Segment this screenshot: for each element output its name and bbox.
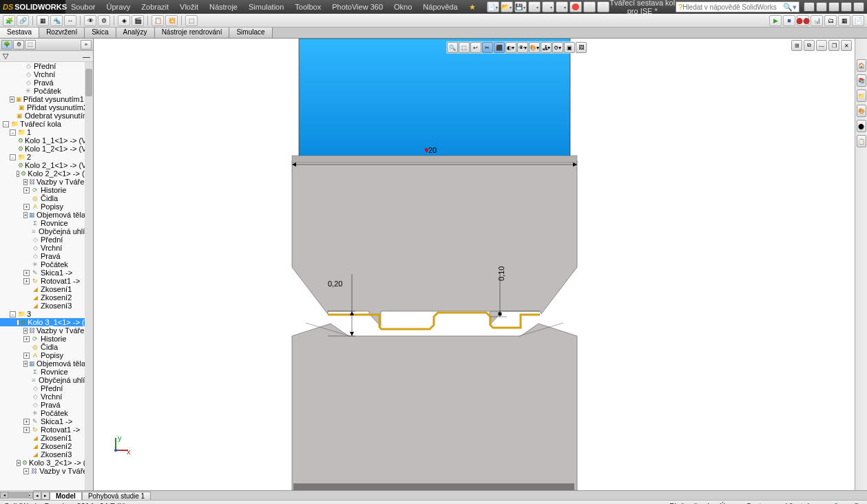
zoom-area-icon[interactable]: ⬚ [459,42,470,53]
status-units-button[interactable]: Vlastní ▼ [783,502,822,505]
tp-file-explorer-icon[interactable]: 📁 [857,90,866,102]
menu-okno[interactable]: Okno [388,3,417,11]
prev-view-icon[interactable]: ↩ [470,42,481,53]
tree-node[interactable]: -📁3 [0,310,93,318]
tree-node[interactable]: ◇Pravá [0,252,93,260]
expand-icon[interactable]: + [23,204,30,210]
expand-icon[interactable]: - [17,171,19,177]
fm-tree-tab[interactable]: 🌳 [1,40,12,50]
expand-icon[interactable]: + [23,179,28,185]
render-preview-icon[interactable]: 🖼 [576,42,587,53]
tb-new-motion-study-icon[interactable]: 🎬 [132,15,144,26]
open-doc-button[interactable]: 📂 [501,1,513,12]
menu-star-icon[interactable]: ★ [463,3,481,12]
bt-next-icon[interactable]: ▸ [41,492,50,500]
mdi-close-icon[interactable]: ✕ [841,40,852,51]
help-button[interactable]: ? [804,2,815,12]
tree-node[interactable]: ◇Přední [0,62,93,70]
restore-button[interactable]: ❐ [828,2,839,12]
tp-resources-icon[interactable]: 🏠 [857,59,866,72]
search-icon[interactable]: 🔍▾ [783,3,797,12]
tree-node[interactable]: ◢Zkosení1 [0,285,93,293]
tb-move-component-icon[interactable]: ↔ [64,15,76,26]
tb-reference-geometry-icon[interactable]: ◈ [118,15,130,26]
menu-simulation[interactable]: Simulation [243,3,289,11]
tree-node[interactable]: ◎Čidla [0,343,93,351]
expand-icon[interactable]: - [10,311,16,317]
maximize-button[interactable]: ☐ [841,2,852,12]
menu-soubor[interactable]: Soubor [65,3,101,11]
screen-capture-button[interactable]: 🖵 [597,1,609,12]
tree-node[interactable]: ≡Obyčejná uhlíko [0,376,93,384]
tree-node[interactable]: ◢Zkosení1 [0,434,93,442]
render-region-icon[interactable]: ▣ [564,42,575,53]
cmd-tab-2[interactable]: Skica [85,28,116,38]
tree-node[interactable]: +⛓Vazby v Tvářecí s [0,326,93,335]
expand-icon[interactable]: - [3,121,9,127]
tree-node[interactable]: ✳Počátek [0,260,93,269]
tree-node[interactable]: +APopisy [0,202,93,211]
expand-icon[interactable]: + [10,96,14,103]
expand-icon[interactable]: + [23,187,30,193]
menu-nápověda[interactable]: Nápověda [417,3,463,11]
cmd-tab-4[interactable]: Nástroje rendrování [155,28,230,38]
view-orientation-icon[interactable]: ⬛ [494,42,505,53]
expand-icon[interactable]: - [10,154,16,160]
expand-icon[interactable]: + [23,278,30,284]
tree-node[interactable]: +▣Přidat vysunutím1 -> [0,95,93,103]
filter-funnel-icon[interactable]: ▽ [3,52,8,61]
tp-appearances-icon[interactable]: ⬤ [857,120,866,132]
menu-zobrazit[interactable]: Zobrazit [136,3,174,11]
expand-icon[interactable]: + [17,460,21,466]
tree-node[interactable]: ◢Zkosení2 [0,442,93,450]
status-rebuild-icon[interactable]: ◉ [850,501,863,504]
tree-node[interactable]: ◢Zkosení3 [0,450,93,459]
scrollbar-thumb[interactable] [85,69,92,96]
bottom-tab-0[interactable]: Model [50,492,82,500]
tree-node[interactable]: +⟳Historie [0,335,93,343]
tree-node[interactable]: +↻Rotovat1 -> [0,277,93,285]
expand-icon[interactable]: + [23,419,30,425]
tree-node[interactable]: ◇Vrchní [0,392,93,401]
tp-design-library-icon[interactable]: 📚 [857,74,866,87]
expand-icon[interactable]: + [23,336,30,342]
undo-button[interactable]: ↶ [542,1,554,12]
tb-linear-pattern-icon[interactable]: ▦ [36,15,49,26]
options-button[interactable]: ⚙ [583,1,596,12]
tree-node[interactable]: ≡Obyčejná uhlíko [0,227,93,235]
menu-nástroje[interactable]: Nástroje [204,3,243,11]
display-style-icon[interactable]: ◐▾ [505,42,516,53]
tree-node[interactable]: -📁2 [0,153,93,161]
cmd-tab-1[interactable]: Rozvržení [39,28,85,38]
tree-node[interactable]: ΣRovnice [0,368,93,376]
expand-icon[interactable]: + [23,328,28,334]
tree-node[interactable]: ◇Pravá [0,78,93,87]
menu-úpravy[interactable]: Úpravy [101,3,136,11]
help-search-box[interactable]: ? 🔍▾ [676,1,800,12]
save-doc-button[interactable]: 💾 [514,1,527,12]
tree-node[interactable]: -⚙Kolo 3_1<1> -> (Vý [0,318,93,326]
tree-node[interactable]: ◇Pravá [0,401,93,409]
tb-assembly-features-icon[interactable]: ⚙ [98,15,110,26]
tb-play-icon[interactable]: ▶ [769,15,782,26]
expand-icon[interactable]: + [23,212,28,218]
tree-node[interactable]: ⚙Kolo 1_2<1> -> (Výc [0,145,93,153]
tb-stop-icon[interactable]: ■ [783,15,795,26]
tree-node[interactable]: +⛓Vazby v Tvářecí [0,467,93,475]
mdi-minimize-icon[interactable]: — [816,40,827,51]
close-button[interactable]: ✕ [853,2,864,12]
tree-node[interactable]: +⚙Kolo 3_2<1> -> (Výc [0,459,93,467]
tree-horizontal-scrollbar[interactable]: ◂ ▸ [0,490,33,498]
tb-sim-mesh-icon[interactable]: ▦ [838,15,850,26]
tree-node[interactable]: ⚙Kolo 2_1<1> -> (Výc [0,161,93,169]
fm-flyout-icon[interactable]: » [81,40,92,50]
cmd-tab-0[interactable]: Sestava [0,28,39,38]
tree-node[interactable]: ◎Čidla [0,194,93,202]
tb-show-hidden-icon[interactable]: 👁 [84,15,96,26]
expand-icon[interactable]: + [23,468,29,474]
mdi-restore-icon[interactable]: ❐ [828,40,839,51]
tree-node[interactable]: ⚙Kolo 1_1<1> -> (Výc [0,136,93,145]
tb-bom-icon[interactable]: 📋 [152,15,164,26]
tree-node[interactable]: ◇Vrchní [0,244,93,252]
cmd-tab-5[interactable]: Simulace [229,28,272,38]
